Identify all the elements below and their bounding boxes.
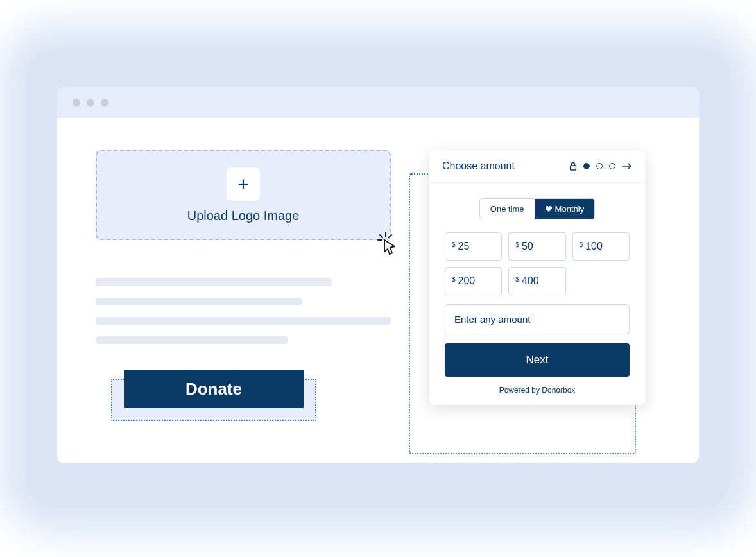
plus-icon: + [237, 175, 249, 194]
amount-value: 100 [585, 241, 603, 252]
upload-logo-dropzone[interactable]: + Upload Logo Image [96, 150, 391, 240]
svg-line-2 [380, 235, 382, 237]
svg-rect-4 [571, 166, 576, 170]
browser-header [57, 87, 699, 118]
lock-icon [569, 162, 577, 171]
browser-window: + Upload Logo Image [57, 87, 699, 463]
cursor-click-icon [373, 230, 401, 258]
page-background: + Upload Logo Image [25, 49, 731, 508]
placeholder-line [96, 278, 332, 286]
window-control-dot [73, 99, 80, 107]
widget-title: Choose amount [442, 160, 515, 172]
widget-progress-icons [569, 162, 632, 171]
donation-widget: Choose amount [429, 150, 645, 405]
amount-value: 50 [522, 241, 533, 252]
heart-icon [545, 205, 553, 212]
currency-symbol: $ [515, 241, 519, 248]
upload-plus-box: + [227, 167, 260, 201]
amount-value: 25 [458, 241, 470, 252]
currency-symbol: $ [452, 276, 456, 283]
currency-symbol: $ [452, 241, 456, 248]
placeholder-line [96, 317, 391, 325]
upload-label: Upload Logo Image [187, 209, 300, 223]
placeholder-line [96, 298, 302, 305]
editor-panel: + Upload Logo Image [96, 150, 391, 418]
amount-option-button[interactable]: $ 100 [572, 232, 630, 261]
step-dot [596, 163, 603, 169]
next-button[interactable]: Next [445, 343, 630, 377]
currency-symbol: $ [515, 276, 519, 283]
frequency-onetime-button[interactable]: One time [480, 199, 535, 219]
svg-line-3 [389, 235, 391, 237]
window-control-dot [101, 99, 108, 107]
window-control-dot [87, 99, 94, 107]
amount-option-button[interactable]: $ 400 [508, 267, 565, 295]
custom-amount-input[interactable] [445, 304, 630, 334]
widget-body: One time Monthly $ [429, 183, 645, 405]
frequency-toggle: One time Monthly [479, 198, 595, 219]
step-dot-active [583, 163, 590, 169]
donate-button-editor: Donate [96, 370, 391, 418]
amount-grid: $ 25 $ 50 $ 100 [445, 232, 630, 295]
frequency-monthly-button[interactable]: Monthly [535, 199, 595, 219]
amount-value: 400 [522, 275, 539, 287]
amount-option-button[interactable]: $ 25 [445, 232, 502, 261]
step-dot [609, 163, 615, 169]
browser-content: + Upload Logo Image [57, 118, 699, 463]
amount-option-button[interactable]: $ 200 [445, 267, 502, 295]
donate-button[interactable]: Donate [124, 370, 304, 408]
frequency-monthly-label: Monthly [555, 204, 585, 214]
placeholder-line [96, 336, 288, 344]
amount-option-button[interactable]: $ 50 [508, 232, 565, 261]
donation-widget-panel: Choose amount [429, 150, 660, 418]
arrow-right-icon[interactable] [622, 162, 632, 170]
powered-by-label: Powered by Donorbox [445, 386, 630, 395]
text-placeholder-lines [96, 278, 391, 344]
currency-symbol: $ [580, 241, 583, 248]
widget-header: Choose amount [429, 150, 645, 183]
amount-value: 200 [458, 275, 476, 287]
